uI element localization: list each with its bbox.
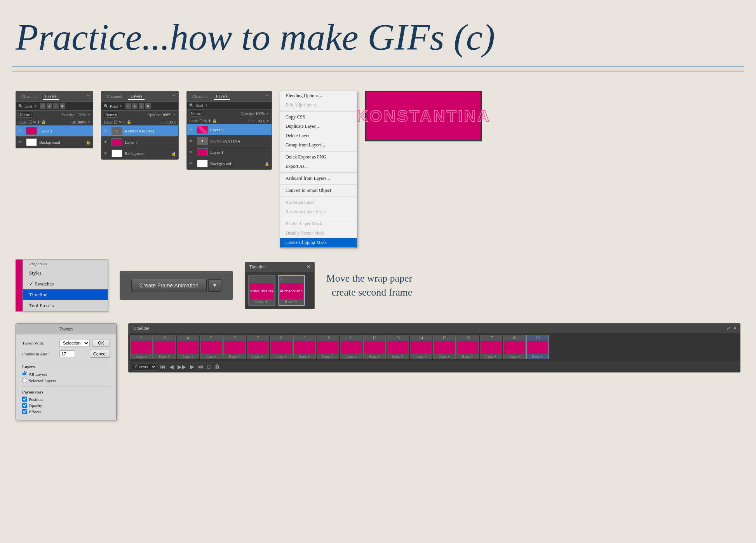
- btl-frame-5[interactable]: 5 0 sec.▼: [200, 335, 223, 359]
- timeline-frame-2[interactable]: 2 KONSTANTINA 0 sec. ▼: [278, 275, 305, 306]
- tween-cancel-button[interactable]: Cancel: [90, 350, 110, 358]
- layer-item-layer1-p2[interactable]: 👁 Layer 1: [101, 137, 178, 148]
- context-group-from-layers[interactable]: Group from Layers...: [280, 141, 357, 150]
- fill-dropdown-icon[interactable]: ▼: [87, 120, 91, 124]
- context-delete-layer[interactable]: Delete Layer: [280, 131, 357, 141]
- btl-frame-8[interactable]: 8 0 sec.▼: [270, 335, 293, 359]
- btl-time-arrow-16[interactable]: ▼: [470, 355, 473, 358]
- context-edit-adjustment[interactable]: Edit Adjustment...: [280, 101, 357, 110]
- btl-frame-2[interactable]: 2 0 sec.▼: [130, 335, 153, 359]
- btl-time-arrow-14[interactable]: ▼: [424, 355, 427, 358]
- context-export-as[interactable]: Export As...: [280, 162, 357, 171]
- frame-time-arrow-1[interactable]: ▼: [265, 300, 268, 303]
- eye-icon-layer1-p2[interactable]: 👁: [104, 140, 109, 144]
- channels-tab-2[interactable]: Channels: [105, 93, 125, 99]
- btl-frame-4[interactable]: 4 0 sec.▼: [177, 335, 199, 359]
- context-copy-css[interactable]: Copy CSS: [280, 113, 357, 122]
- layer-item-layer2[interactable]: 👁 Layer 2: [187, 124, 272, 136]
- btl-expand-icon[interactable]: ⤢: [726, 325, 730, 331]
- layer-item-background-p3[interactable]: 👁 Background 🔒: [187, 158, 272, 169]
- btl-prev-frame-button[interactable]: ◀: [169, 363, 174, 371]
- filter-shape-icon[interactable]: ⬟: [60, 103, 65, 109]
- context-duplicate-layer[interactable]: Duplicate Layer...: [280, 122, 357, 131]
- selected-layers-radio[interactable]: [22, 378, 27, 383]
- btl-last-frame-button[interactable]: ⏭: [197, 363, 204, 371]
- create-frame-dropdown-button[interactable]: ▼: [208, 279, 221, 292]
- btl-first-frame-button[interactable]: ⏮: [159, 363, 166, 371]
- btl-time-arrow-3[interactable]: ▼: [167, 355, 170, 358]
- kind-dropdown-icon[interactable]: ▼: [34, 104, 37, 108]
- channels-tab-1[interactable]: Channels: [19, 93, 40, 99]
- effects-checkbox[interactable]: [22, 409, 27, 414]
- layer-item-background1[interactable]: 👁 Background 🔒: [16, 137, 93, 148]
- btl-menu-icon[interactable]: ≡: [733, 325, 736, 331]
- btl-frame-7[interactable]: 7 0 sec.▼: [247, 335, 269, 359]
- btl-time-arrow-18[interactable]: ▼: [517, 355, 520, 358]
- all-layers-radio[interactable]: [22, 371, 27, 376]
- btl-time-arrow-9[interactable]: ▼: [307, 355, 310, 358]
- window-menu-styles[interactable]: Styles: [23, 268, 108, 278]
- filter-adjust-icon[interactable]: ◈: [47, 103, 52, 109]
- frames-to-add-input[interactable]: [59, 350, 75, 357]
- context-convert-smart-object[interactable]: Convert to Smart Object: [280, 186, 357, 195]
- window-menu-swatches[interactable]: Swatches: [23, 278, 108, 289]
- btl-time-arrow-15[interactable]: ▼: [447, 355, 450, 358]
- blend-mode-dropdown-3[interactable]: Normal: [189, 111, 204, 117]
- btl-time-arrow-2[interactable]: ▼: [144, 355, 147, 358]
- kind-dropdown-icon-3[interactable]: ▼: [205, 104, 208, 107]
- fill-dropdown-icon-3[interactable]: ▼: [266, 119, 269, 123]
- layer-item-konstantina-p3[interactable]: 👁 T KONSTANTINA: [187, 136, 272, 147]
- opacity-dropdown-icon-3[interactable]: ▼: [266, 112, 269, 115]
- layers-tab-1[interactable]: Layers: [43, 93, 59, 100]
- panel3-menu-icon[interactable]: ≡: [265, 93, 268, 99]
- btl-frame-17[interactable]: 17 0 sec.▼: [480, 335, 502, 359]
- btl-frame-19[interactable]: 19 0 sec.▼: [526, 335, 549, 359]
- btl-frame-16[interactable]: 16 0 sec.▼: [456, 335, 479, 359]
- btl-play-button[interactable]: ▶: [189, 363, 195, 371]
- window-menu-tool-presets[interactable]: Tool Presets: [23, 300, 108, 311]
- btl-frame-14[interactable]: 14 0 sec.▼: [410, 335, 432, 359]
- layers-tab-2[interactable]: Layers: [128, 93, 145, 100]
- eye-icon-bg-p3[interactable]: 👁: [189, 162, 195, 165]
- filter-pixel-icon[interactable]: □: [40, 103, 45, 109]
- eye-icon-layer1-p3[interactable]: 👁: [189, 150, 195, 154]
- btl-frame-12[interactable]: 12 0 sec.▼: [363, 335, 386, 359]
- timeline-frame-1[interactable]: 1 KONSTANTINA 0 sec. ▼: [248, 275, 275, 306]
- btl-time-arrow-10[interactable]: ▼: [331, 355, 333, 358]
- layers-tab-3[interactable]: Layers: [214, 93, 230, 100]
- filter-shape-icon-2[interactable]: ⬟: [145, 103, 151, 109]
- btl-frame-13[interactable]: 13 0 sec.▼: [387, 335, 409, 359]
- btl-time-arrow-19[interactable]: ▼: [540, 355, 543, 358]
- context-create-clipping-mask[interactable]: Create Clipping Mask: [280, 238, 357, 247]
- tween-with-dropdown[interactable]: Selection: [59, 339, 90, 347]
- window-menu-properties[interactable]: Properties: [23, 260, 108, 268]
- blend-mode-dropdown-1[interactable]: Normal: [18, 112, 33, 118]
- filter-adjust-icon-2[interactable]: ◈: [132, 103, 138, 109]
- eye-icon-layer2[interactable]: 👁: [189, 128, 195, 132]
- eye-icon-kon-p2[interactable]: 👁: [104, 129, 109, 133]
- window-menu-timeline[interactable]: Timeline: [23, 289, 108, 300]
- layer-item-background-p2[interactable]: 👁 Background 🔒: [101, 148, 178, 159]
- btl-time-arrow-13[interactable]: ▼: [401, 355, 403, 358]
- btl-time-arrow-4[interactable]: ▼: [191, 355, 193, 358]
- btl-frame-9[interactable]: 9 0 sec.▼: [293, 335, 316, 359]
- channels-tab-3[interactable]: Channels: [190, 93, 211, 99]
- btl-time-arrow-12[interactable]: ▼: [377, 355, 380, 358]
- btl-time-arrow-6[interactable]: ▼: [237, 355, 240, 358]
- eye-icon-layer1[interactable]: 👁: [18, 129, 24, 133]
- btl-frame-15[interactable]: 15 0 sec.▼: [433, 335, 456, 359]
- context-blending-options[interactable]: Blending Options...: [280, 91, 357, 101]
- eye-icon-bg-p2[interactable]: 👁: [104, 151, 109, 155]
- btl-time-arrow-11[interactable]: ▼: [354, 355, 357, 358]
- kind-dropdown-icon-2[interactable]: ▼: [119, 104, 122, 108]
- frame-time-arrow-2[interactable]: ▼: [294, 300, 298, 303]
- btl-frame-6[interactable]: 6 0 sec.▼: [223, 335, 246, 359]
- btl-delete-frame-button[interactable]: 🗑: [214, 363, 221, 371]
- filter-text-icon[interactable]: T: [53, 103, 59, 109]
- context-artboard-from-layers[interactable]: Artboard from Layers...: [280, 174, 357, 183]
- btl-frame-18[interactable]: 18 0 sec.▼: [503, 335, 526, 359]
- panel1-menu-icon[interactable]: ≡: [87, 93, 90, 99]
- position-checkbox[interactable]: [22, 397, 27, 402]
- layer-item-layer1-p3[interactable]: 👁 Layer 1: [187, 147, 272, 158]
- eye-icon-kon-p3[interactable]: 👁: [189, 139, 195, 143]
